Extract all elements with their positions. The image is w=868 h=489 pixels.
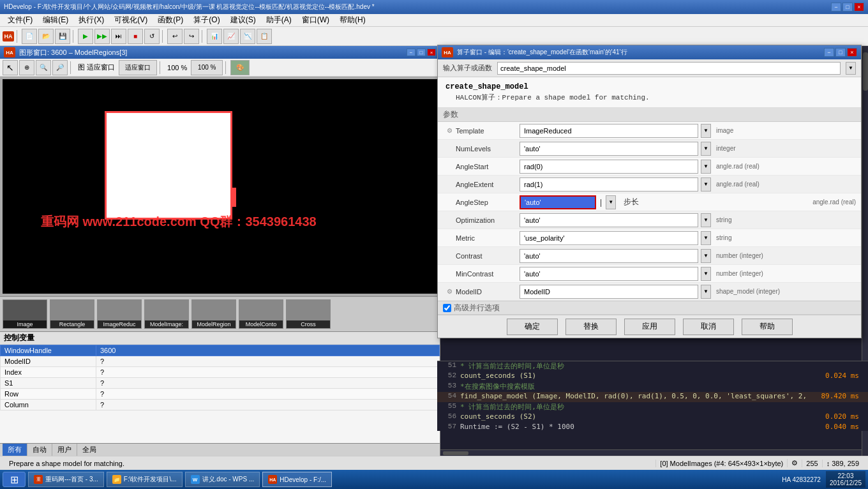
replace-button[interactable]: 替换	[565, 319, 617, 335]
apply-button[interactable]: 应用	[624, 319, 675, 335]
code-hscrollbar[interactable]	[440, 449, 862, 456]
param-input-anglestep[interactable]	[520, 195, 596, 209]
menu-window[interactable]: 窗口(W)	[297, 13, 334, 27]
tb-chart1[interactable]: 📊	[207, 29, 222, 44]
tb-chart4[interactable]: 📋	[257, 29, 272, 44]
imgwin-max[interactable]: □	[417, 49, 426, 56]
tb-new[interactable]: 📄	[22, 29, 37, 44]
param-row-optimization: Optimization ▼ string	[438, 211, 861, 229]
taskbar-btn-hdevelop[interactable]: HA HDevelop - F:/...	[262, 472, 332, 487]
taskbar-icon-wps: W	[191, 475, 200, 484]
param-input-mincontrast[interactable]	[520, 267, 698, 281]
menu-operator[interactable]: 算子(O)	[188, 13, 225, 27]
img-tb-color[interactable]: 🎨	[230, 60, 250, 75]
help-button[interactable]: 帮助	[742, 319, 793, 335]
thumb-modelconto[interactable]: ModelConto	[239, 299, 283, 329]
param-dropdown-modelid-out[interactable]: ▼	[701, 285, 711, 299]
taskbar-clock[interactable]: 22:032016/12/25	[826, 471, 865, 488]
tab-global[interactable]: 全局	[77, 444, 101, 456]
imgwin-close[interactable]: ×	[427, 49, 436, 56]
thumb-modelimage-label: ModelImage:	[145, 320, 188, 328]
menu-edit[interactable]: 编辑(E)	[38, 13, 73, 27]
func-search-input[interactable]	[497, 62, 841, 75]
tb-run-all[interactable]: ▶▶	[94, 29, 110, 44]
param-dropdown-metric[interactable]: ▼	[701, 231, 711, 245]
thumb-modelregion[interactable]: ModelRegion	[191, 299, 236, 329]
confirm-button[interactable]: 确定	[507, 319, 558, 335]
thumb-image[interactable]: Image	[3, 299, 47, 329]
tb-save[interactable]: 💾	[55, 29, 70, 44]
toolbar-sep-1	[17, 30, 19, 43]
param-dropdown-contrast[interactable]: ▼	[701, 249, 711, 263]
param-dropdown-anglestep[interactable]: ▼	[606, 195, 616, 209]
tb-chart3[interactable]: 📉	[240, 29, 255, 44]
menu-func[interactable]: 函数(P)	[153, 13, 188, 27]
advanced-checkbox[interactable]	[443, 304, 451, 312]
menu-visual[interactable]: 可视化(V)	[109, 13, 153, 27]
close-btn[interactable]: ×	[854, 3, 864, 11]
thumb-modelimage[interactable]: ModelImage:	[144, 299, 189, 329]
param-input-anglestart[interactable]	[520, 160, 698, 174]
imgwin-min[interactable]: −	[407, 49, 415, 56]
tb-reset[interactable]: ↺	[144, 29, 160, 44]
left-panel: HA 图形窗口: 3600 – ModelRegions[3] − □ × ↖ …	[0, 46, 440, 456]
tb-open[interactable]: 📂	[38, 29, 54, 44]
taskbar-btn-wps[interactable]: W 讲义.doc - WPS ...	[185, 472, 260, 487]
img-tb-zoom-in[interactable]: 🔍	[36, 60, 51, 75]
modal-close-btn[interactable]: ×	[847, 48, 857, 57]
param-input-metric[interactable]	[520, 231, 698, 245]
minimize-btn[interactable]: −	[831, 3, 841, 11]
tab-user[interactable]: 用户	[52, 444, 77, 456]
tb-stop[interactable]: ■	[128, 29, 143, 44]
tab-auto[interactable]: 自动	[27, 444, 52, 456]
vars-name-index: Index	[1, 367, 96, 378]
tb-redo[interactable]: ↪	[184, 29, 199, 44]
out-line-51: 51 * 计算当前过去的时间,单位是秒	[437, 361, 868, 372]
tb-step[interactable]: ⏭	[111, 29, 126, 44]
taskbar-btn-explorer[interactable]: 📁 F:\软件开发项目\...	[107, 472, 183, 487]
thumb-cross[interactable]: Cross	[286, 299, 331, 329]
func-search-dropdown[interactable]: ▼	[846, 62, 856, 75]
tb-chart2[interactable]: 📈	[223, 29, 239, 44]
tb-undo[interactable]: ↩	[167, 29, 183, 44]
param-input-optimization[interactable]	[520, 213, 698, 227]
param-dropdown-angleextent[interactable]: ▼	[701, 177, 711, 192]
ha-badge-imgwin: HA	[4, 47, 15, 57]
tab-all[interactable]: 所有	[3, 444, 27, 456]
maximize-btn[interactable]: □	[842, 3, 853, 11]
menu-exec[interactable]: 执行(X)	[73, 13, 109, 27]
param-input-numlevels[interactable]	[520, 142, 698, 156]
img-tb-arrow[interactable]: ↖	[3, 60, 18, 75]
taskbar-btn-chongma[interactable]: 重 重码网---首页 - 3...	[28, 472, 104, 487]
param-dropdown-anglestart[interactable]: ▼	[701, 160, 711, 174]
param-input-angleextent[interactable]	[520, 177, 698, 192]
param-dropdown-numlevels[interactable]: ▼	[701, 142, 711, 156]
menu-help[interactable]: 帮助(H)	[334, 13, 371, 27]
param-input-modelid-out[interactable]	[520, 285, 698, 299]
out-content-56: count_seconds (S2)	[460, 412, 825, 423]
start-button[interactable]: ⊞	[3, 472, 26, 487]
modal-max-btn[interactable]: □	[835, 48, 846, 57]
thumb-imagereduc[interactable]: ImageReduc	[97, 299, 142, 329]
tb-run[interactable]: ▶	[78, 29, 93, 44]
param-dropdown-mincontrast[interactable]: ▼	[701, 267, 711, 281]
param-dropdown-optimization[interactable]: ▼	[701, 213, 711, 227]
modal-min-btn[interactable]: −	[824, 48, 834, 57]
cancel-button[interactable]: 取消	[683, 319, 734, 335]
menu-file[interactable]: 文件(F)	[3, 13, 38, 27]
menu-assistant[interactable]: 助手(A)	[261, 13, 297, 27]
code-scrollbar-thumb[interactable]	[863, 52, 868, 91]
img-tb-pointer[interactable]: ⊕	[19, 60, 34, 75]
param-dropdown-template[interactable]: ▼	[701, 124, 711, 138]
img-tb-fit-btn[interactable]: 适应窗口	[119, 60, 157, 75]
param-input-contrast[interactable]	[520, 249, 698, 263]
menu-suggest[interactable]: 建议(S)	[225, 13, 261, 27]
param-input-template[interactable]	[520, 124, 698, 138]
img-tb-zoom-out[interactable]: 🔎	[52, 60, 68, 75]
code-hscrollbar-thumb[interactable]	[443, 451, 468, 455]
thumb-rectangle[interactable]: Rectangle	[50, 299, 94, 329]
img-tb-zoom-ctrl[interactable]: 100 %	[191, 60, 223, 75]
toolbar-sep-3	[162, 30, 165, 43]
param-type-template: image	[716, 127, 733, 134]
advanced-options-header[interactable]: 高级并行选项	[438, 301, 861, 315]
